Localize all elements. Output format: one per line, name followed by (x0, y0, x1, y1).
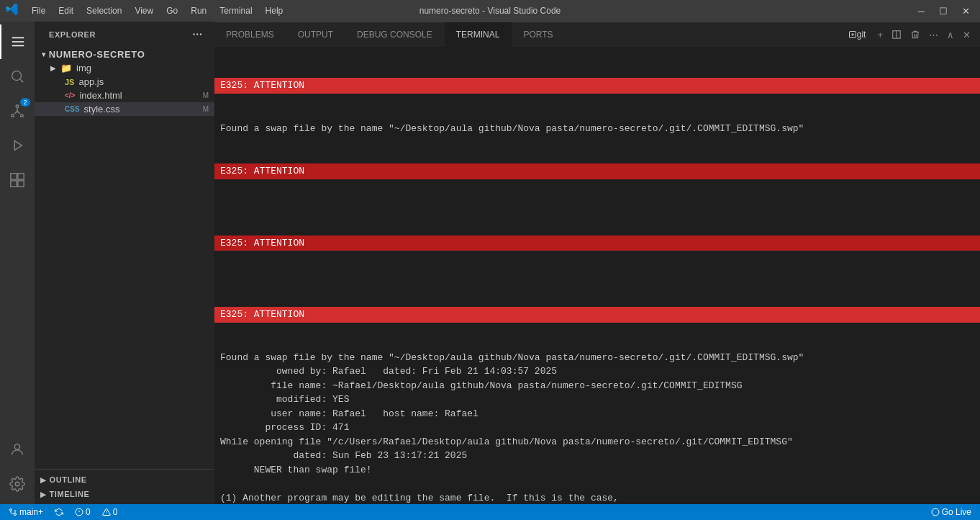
go-live-label: Go Live (942, 507, 971, 517)
file-tree: ▾ NUMERO-SECRETO ▶ 📁 img JS app.js (35, 45, 214, 469)
activity-bar-bottom (0, 432, 35, 504)
svg-point-13 (14, 514, 17, 516)
more-terminal-button[interactable]: ⋯ (925, 27, 942, 42)
minimize-button[interactable]: ─ (914, 4, 929, 18)
tab-ports[interactable]: PORTS (512, 22, 565, 48)
window-title: numero-secreto - Visual Studio Code (419, 6, 561, 16)
source-control-badge: 2 (20, 98, 30, 107)
error-count-status[interactable]: 0 (72, 504, 94, 520)
activity-account[interactable] (0, 432, 35, 467)
folder-icon: 📁 (60, 63, 72, 73)
title-bar-right: ─ ☐ ✕ (914, 4, 974, 18)
js-icon: JS (65, 78, 74, 86)
chevron-down-icon: ▾ (42, 50, 46, 58)
menu-terminal[interactable]: Terminal (214, 4, 258, 17)
maximize-panel-button[interactable]: ∧ (943, 27, 958, 42)
file-name-stylecss: style.css (84, 104, 120, 115)
git-branch-label: main+ (19, 507, 43, 517)
activity-settings[interactable] (0, 467, 35, 501)
menu-view[interactable]: View (129, 4, 159, 17)
file-name-appjs: app.js (78, 76, 104, 87)
timeline-section[interactable]: ▶ TIMELINE (35, 487, 214, 501)
split-terminal-button[interactable] (888, 27, 905, 42)
folder-chevron-icon: ▶ (50, 64, 56, 72)
svg-point-1 (16, 105, 19, 108)
tab-output[interactable]: OUTPUT (286, 22, 345, 48)
tab-terminal[interactable]: TERMINAL (445, 22, 512, 48)
terminal-line-15: (1) Another program may be editing the s… (220, 491, 974, 505)
menu-bar: File Edit Selection View Go Run Terminal… (26, 4, 289, 17)
sidebar-header-actions: ⋯ (189, 27, 206, 42)
terminal-line-7: owned by: Rafael dated: Fri Feb 21 14:03… (220, 364, 974, 379)
menu-selection[interactable]: Selection (81, 4, 127, 17)
chevron-right-icon: ▶ (40, 476, 47, 484)
terminal-line-3: E325: ATTENTION (220, 135, 974, 207)
menu-file[interactable]: File (26, 4, 51, 17)
git-branch-status[interactable]: main+ (6, 504, 46, 520)
sync-status[interactable] (52, 504, 66, 520)
sidebar-bottom: ▶ OUTLINE ▶ TIMELINE (35, 469, 214, 504)
tree-item-indexhtml[interactable]: </> index.html M (35, 89, 214, 102)
tab-debug-console[interactable]: DEBUG CONSOLE (345, 22, 445, 48)
editor-area: PROBLEMS OUTPUT DEBUG CONSOLE TERMINAL P… (214, 22, 980, 504)
status-bar-left: main+ 0 0 (6, 504, 120, 520)
menu-help[interactable]: Help (260, 4, 289, 17)
add-terminal-button[interactable]: + (874, 27, 886, 42)
maximize-button[interactable]: ☐ (935, 4, 952, 18)
terminal-line-5: E325: ATTENTION (220, 279, 974, 351)
error-line-4: E325: ATTENTION (214, 236, 980, 251)
panel-tabs: PROBLEMS OUTPUT DEBUG CONSOLE TERMINAL P… (214, 22, 980, 47)
project-name: NUMERO-SECRETO (49, 49, 145, 60)
activity-extensions[interactable] (0, 163, 35, 197)
close-button[interactable]: ✕ (958, 4, 974, 18)
title-bar-left: File Edit Selection View Go Run Terminal… (6, 3, 289, 19)
outline-label: OUTLINE (50, 475, 87, 484)
terminal-blank-1 (220, 477, 974, 491)
sidebar-more-button[interactable]: ⋯ (189, 27, 206, 42)
close-panel-button[interactable]: ✕ (959, 27, 974, 42)
main-area: 2 (0, 22, 980, 504)
modified-badge-index: M (203, 91, 209, 99)
file-name-indexhtml: index.html (79, 90, 122, 101)
tab-problems[interactable]: PROBLEMS (214, 22, 286, 48)
activity-run[interactable] (0, 128, 35, 163)
terminal-content[interactable]: E325: ATTENTION Found a swap file by the… (214, 47, 980, 504)
status-bar-right: Go Live (928, 504, 974, 520)
menu-go[interactable]: Go (160, 4, 183, 17)
svg-point-9 (15, 482, 19, 486)
tree-item-appjs[interactable]: JS app.js (35, 75, 214, 89)
activity-search[interactable] (0, 59, 35, 94)
warning-count-label: 0 (113, 507, 118, 517)
warning-count-status[interactable]: 0 (99, 504, 121, 520)
activity-source-control[interactable]: 2 (0, 94, 35, 128)
project-root-folder[interactable]: ▾ NUMERO-SECRETO (35, 48, 214, 61)
terminal-line-1: E325: ATTENTION (220, 50, 974, 122)
error-line-1: E325: ATTENTION (214, 78, 980, 94)
timeline-label: TIMELINE (50, 490, 90, 498)
terminal-line-4: E325: ATTENTION (220, 207, 974, 279)
error-count-label: 0 (86, 507, 91, 517)
html-icon: </> (65, 91, 75, 99)
terminal-line-8: file name: ~Rafael/Desktop/aula github/N… (220, 379, 974, 393)
svg-rect-5 (18, 174, 24, 179)
status-bar: main+ 0 0 Go Live (0, 504, 980, 520)
activity-explorer[interactable] (0, 24, 35, 59)
terminal-line-12: While opening file "/c/Users/Rafael/Desk… (220, 435, 974, 449)
svg-rect-7 (18, 181, 24, 187)
terminal-line-10: user name: Rafael host name: Rafael (220, 407, 974, 421)
error-line-5: E325: ATTENTION (214, 307, 980, 323)
activity-bar: 2 (0, 22, 35, 504)
tree-item-img[interactable]: ▶ 📁 img (35, 61, 214, 75)
tree-item-stylecss[interactable]: CSS style.css M (35, 102, 214, 116)
css-icon: CSS (65, 105, 80, 113)
menu-edit[interactable]: Edit (53, 4, 79, 17)
menu-run[interactable]: Run (185, 4, 212, 17)
go-live-status[interactable]: Go Live (928, 504, 974, 520)
vscode-logo (6, 3, 19, 19)
svg-rect-4 (11, 174, 17, 179)
svg-point-8 (14, 444, 19, 449)
outline-section[interactable]: ▶ OUTLINE (35, 472, 214, 487)
delete-terminal-button[interactable] (907, 27, 924, 42)
svg-point-2 (12, 115, 14, 117)
modified-badge-style: M (203, 105, 209, 113)
